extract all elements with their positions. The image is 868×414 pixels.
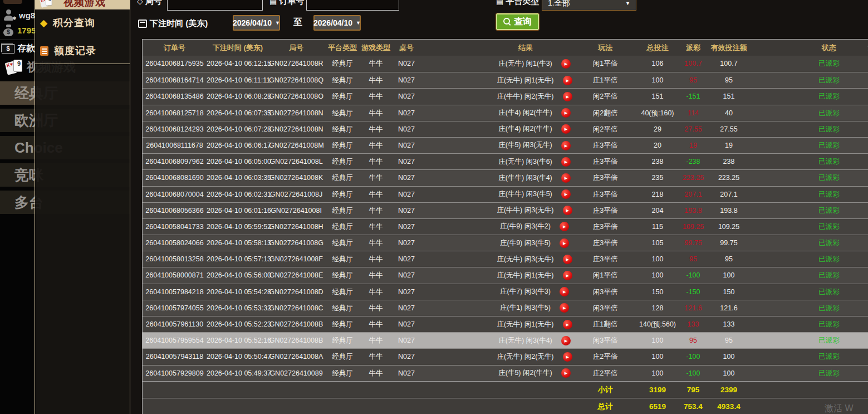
result-cell: 庄(无牛) 闲1(无牛) xyxy=(423,267,575,283)
game-type-cell: 牛牛 xyxy=(361,316,390,332)
payout-cell: 100.7 xyxy=(680,56,707,72)
menu-item-video-games[interactable]: K♥9 视频游戏 xyxy=(35,0,130,9)
play-type-cell: 庄3平倍 xyxy=(575,187,635,202)
table-row[interactable]: 2604100580240662026-04-10 05:58:13GN0272… xyxy=(143,235,868,251)
table-row[interactable]: 2604100579431182026-04-10 05:50:47GN0272… xyxy=(143,348,868,364)
dropdown-arrow-icon: ▼ xyxy=(275,20,280,26)
play-video-button[interactable] xyxy=(561,141,571,150)
table-row[interactable]: 2604100580417332026-04-10 05:59:52GN0272… xyxy=(143,218,868,235)
play-video-button[interactable] xyxy=(560,287,569,296)
table-no-cell: N027 xyxy=(390,300,423,316)
table-row[interactable]: 2604100680979622026-04-10 06:05:00GN0272… xyxy=(143,153,868,169)
gem-icon: ◆ xyxy=(40,18,47,28)
table-row[interactable]: 2604100579842182026-04-10 05:54:28GN0272… xyxy=(143,284,868,300)
table-no-cell: N027 xyxy=(390,105,423,121)
status-cell: 已派彩 xyxy=(807,251,851,267)
play-video-button[interactable] xyxy=(561,124,571,134)
table-row[interactable]: 2604100681242932026-04-10 06:07:28GN0272… xyxy=(143,121,868,137)
play-video-button[interactable] xyxy=(563,352,572,362)
payout-cell: -150 xyxy=(680,284,707,300)
valid-bet-cell: 238 xyxy=(707,154,751,169)
bet-time-cell: 2026-04-10 06:05:00 xyxy=(207,154,269,169)
platform-cell: 经典厅 xyxy=(323,105,361,121)
play-video-button[interactable] xyxy=(561,157,571,167)
table-row[interactable]: 2604100580008712026-04-10 05:56:00GN0272… xyxy=(143,267,868,283)
round-no-cell: GN0272641008C xyxy=(269,300,323,316)
round-no-cell: GN0272641008B xyxy=(269,316,323,332)
table-row[interactable]: 2604100579611302026-04-10 05:52:23GN0272… xyxy=(143,316,868,332)
date-from-picker[interactable]: 2026/04/10 ▼ xyxy=(233,15,280,31)
table-row[interactable]: 2604100580132582026-04-10 05:57:13GN0272… xyxy=(143,251,868,267)
play-type-cell: 庄2平倍 xyxy=(575,349,635,364)
deposit-icon: $ xyxy=(2,44,14,53)
status-cell: 已派彩 xyxy=(807,267,851,283)
bet-time-cell: 2026-04-10 06:11:11 xyxy=(207,72,269,88)
bet-time-cell: 2026-04-10 06:07:35 xyxy=(207,105,269,121)
game-type-cell: 牛牛 xyxy=(361,56,390,72)
status-cell: 已派彩 xyxy=(807,203,851,218)
date-to-picker[interactable]: 2026/04/10 ▼ xyxy=(313,15,361,31)
table-row[interactable]: 2604100680816902026-04-10 06:03:35GN0272… xyxy=(143,169,868,186)
to-label: 至 xyxy=(293,17,302,28)
extra-cell xyxy=(851,154,868,169)
table-no-cell: N027 xyxy=(390,316,423,332)
menu-item-points-query[interactable]: ◆ 积分查询 xyxy=(35,13,130,32)
table-row[interactable]: 2604100680700042026-04-10 06:02:31GN0272… xyxy=(143,186,868,202)
table-row[interactable]: 2604100681759352026-04-10 06:12:15GN0272… xyxy=(143,56,868,72)
table-row[interactable]: 2604100579298092026-04-10 05:49:37GN0272… xyxy=(143,365,868,381)
play-type-cell: 闲2翻倍 xyxy=(575,105,635,121)
play-video-button[interactable] xyxy=(563,271,572,280)
order-no-cell: 260410068111678 xyxy=(143,138,207,153)
game-type-cell: 牛牛 xyxy=(361,235,390,251)
platform-type-select[interactable]: 1.全部 ▼ xyxy=(542,0,636,11)
play-video-button[interactable] xyxy=(561,108,571,118)
order-no-input[interactable] xyxy=(306,0,399,11)
valid-bet-cell: 109.25 xyxy=(707,219,751,235)
round-no-input[interactable] xyxy=(167,0,263,11)
play-video-button[interactable] xyxy=(563,320,572,329)
extra-cell xyxy=(851,235,868,251)
play-video-button[interactable] xyxy=(561,189,571,199)
round-no-cell: GN0272641008E xyxy=(269,267,323,283)
table-row[interactable]: 2604100681647142026-04-10 06:11:11GN0272… xyxy=(143,72,868,88)
play-video-button[interactable] xyxy=(561,59,571,69)
play-video-button[interactable] xyxy=(563,76,572,85)
play-video-button[interactable] xyxy=(561,336,571,345)
playing-cards-icon: K♥9 xyxy=(6,60,23,75)
result-cell: 庄(牛牛) 闲3(无牛) xyxy=(423,203,575,218)
table-row[interactable]: 2604100680563662026-04-10 06:01:16GN0272… xyxy=(143,202,868,218)
play-video-button[interactable] xyxy=(561,368,571,378)
play-video-button[interactable] xyxy=(561,173,571,183)
game-type-cell: 牛牛 xyxy=(361,138,390,153)
table-row[interactable]: 2604100579595542026-04-10 05:52:16GN0272… xyxy=(143,332,868,348)
round-no-cell: GN0272641008J xyxy=(269,187,323,202)
valid-bet-cell: 193.8 xyxy=(707,203,751,218)
result-cell: 庄(牛1) 闲3(牛5) xyxy=(423,300,575,316)
table-row[interactable]: 2604100681257182026-04-10 06:07:35GN0272… xyxy=(143,105,868,121)
payout-cell: 193.8 xyxy=(680,203,707,218)
play-video-button[interactable] xyxy=(560,222,569,231)
result-text: 庄(无牛) 闲1(无牛) xyxy=(497,316,553,333)
play-video-button[interactable] xyxy=(560,303,569,313)
divider xyxy=(0,40,35,40)
order-no-cell: 260410057943118 xyxy=(143,349,207,364)
table-row[interactable]: 2604100579740552026-04-10 05:53:32GN0272… xyxy=(143,300,868,316)
play-type-cell: 庄3平倍 xyxy=(575,170,635,186)
play-type-cell: 庄3平倍 xyxy=(575,203,635,218)
status-cell: 已派彩 xyxy=(807,89,851,104)
bet-time-label: 下注时间 (美东) xyxy=(138,17,208,30)
play-video-button[interactable] xyxy=(563,255,572,264)
bet-time-cell: 2026-04-10 05:54:28 xyxy=(207,284,269,300)
deposit-button[interactable]: $ 存款 xyxy=(2,43,35,55)
play-video-button[interactable] xyxy=(563,206,572,215)
table-row[interactable]: 2604100681116782026-04-10 06:06:17GN0272… xyxy=(143,137,868,153)
menu-item-credit-record[interactable]: 额度记录 xyxy=(35,41,130,60)
platform-cell: 经典厅 xyxy=(323,251,361,267)
table-row[interactable]: 2604100681354862026-04-10 06:08:28GN0272… xyxy=(143,88,868,104)
play-video-button[interactable] xyxy=(560,238,569,248)
status-cell: 已派彩 xyxy=(807,72,851,88)
search-button[interactable]: 查询 xyxy=(496,13,539,30)
table-no-cell: N027 xyxy=(390,72,423,88)
total-bet-cell: 100 xyxy=(635,333,680,348)
play-video-button[interactable] xyxy=(563,92,572,101)
